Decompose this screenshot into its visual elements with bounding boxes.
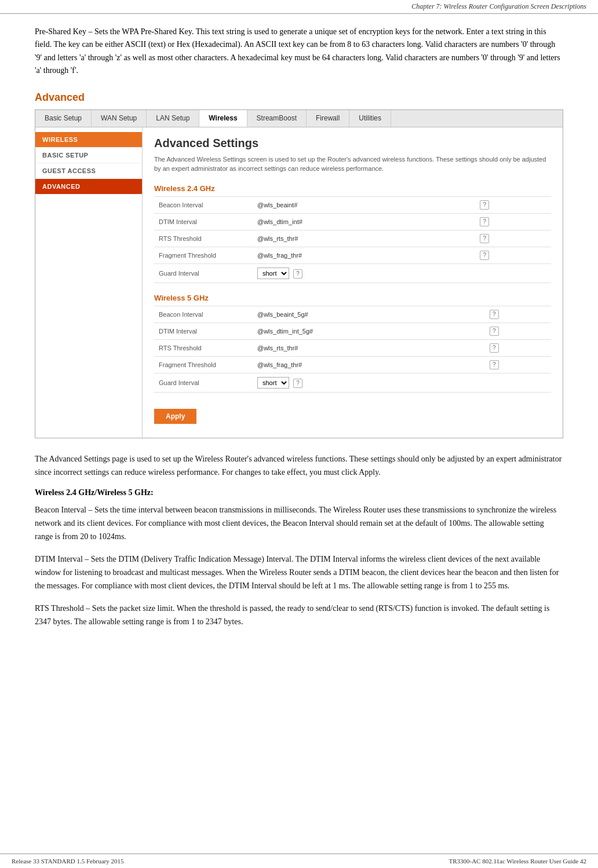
page-footer: Release 33 STANDARD 1.5 February 2015 TR… [0,854,598,868]
value-rts-threshold-24: @wls_rts_thr# [253,230,475,247]
table-row: Fragment Threshold @wls_frag_thr# ? [154,247,551,263]
section-heading: Advanced [35,91,563,104]
table-row: Guard Interval short long ? [154,263,551,283]
label-guard-interval-5: Guard Interval [154,373,253,392]
page-header: Chapter 7: Wireless Router Configuration… [0,0,598,14]
value-dtim-interval-24: @wls_dtim_int# [253,213,475,230]
table-row: DTIM Interval @wls_dtim_int_5g# ? [154,323,551,339]
beacon-interval-description: Beacon Interval – Sets the time interval… [35,503,563,543]
advanced-settings-description: The Advanced Settings page is used to se… [35,452,563,479]
value-beacon-interval-24: @wls_beaint# [253,196,475,213]
wireless-5-heading: Wireless 5 GHz [154,294,551,302]
panel-description: The Advanced Wireless Settings screen is… [154,155,551,174]
label-fragment-threshold-5: Fragment Threshold [154,356,253,373]
tab-lan-setup[interactable]: LAN Setup [147,110,199,127]
guard-interval-select-24[interactable]: short long [257,268,289,279]
value-rts-threshold-5: @wls_rts_thr# [253,339,485,356]
dtim-interval-description: DTIM Interval – Sets the DTIM (Delivery … [35,552,563,592]
label-rts-threshold-24: RTS Threshold [154,230,253,247]
rts-threshold-description: RTS Threshold – Sets the packet size lim… [35,602,563,628]
panel-title: Advanced Settings [154,137,551,150]
help-beacon-5[interactable]: ? [485,306,551,323]
nav-tabs: Basic Setup WAN Setup LAN Setup Wireless… [35,110,563,127]
table-row: Fragment Threshold @wls_frag_thr# ? [154,356,551,373]
wireless-24-heading: Wireless 2.4 GHz [154,184,551,193]
help-dtim-5[interactable]: ? [485,323,551,339]
table-row: Beacon Interval @wls_beaint# ? [154,196,551,213]
help-rts-5[interactable]: ? [485,339,551,356]
footer-right: TR3300-AC 802.11ac Wireless Router User … [448,858,586,865]
wireless-24-table: Beacon Interval @wls_beaint# ? DTIM Inte… [154,196,551,283]
sidebar-item-guest-access[interactable]: GUEST ACCESS [35,163,142,179]
help-rts-24[interactable]: ? [475,230,551,247]
wireless-section-subheading: Wireless 2.4 GHz/Wireless 5 GHz: [35,488,563,497]
label-beacon-interval-24: Beacon Interval [154,196,253,213]
value-guard-interval-24[interactable]: short long ? [253,263,475,283]
sidebar-item-wireless[interactable]: WIRELESS [35,132,142,148]
wireless-5-table: Beacon Interval @wls_beaint_5g# ? DTIM I… [154,306,551,393]
sidebar-item-advanced[interactable]: ADVANCED [35,179,142,195]
chapter-title: Chapter 7: Wireless Router Configuration… [411,2,586,10]
help-guard-5[interactable]: ? [293,379,302,388]
help-dtim-24[interactable]: ? [475,213,551,230]
table-row: RTS Threshold @wls_rts_thr# ? [154,230,551,247]
tab-streamboost[interactable]: StreamBoost [247,110,307,127]
tab-wan-setup[interactable]: WAN Setup [92,110,147,127]
value-dtim-interval-5: @wls_dtim_int_5g# [253,323,485,339]
tab-basic-setup[interactable]: Basic Setup [35,110,92,127]
intro-paragraph: Pre-Shared Key – Sets the WPA Pre-Shared… [35,25,563,78]
label-guard-interval-24: Guard Interval [154,263,253,283]
help-guard-24[interactable]: ? [293,269,302,279]
tab-firewall[interactable]: Firewall [307,110,349,127]
help-fragment-24[interactable]: ? [475,247,551,263]
apply-button[interactable]: Apply [154,409,196,424]
help-beacon-24[interactable]: ? [475,196,551,213]
value-fragment-threshold-5: @wls_frag_thr# [253,356,485,373]
guard-interval-select-5[interactable]: short long [257,377,289,389]
table-row: Beacon Interval @wls_beaint_5g# ? [154,306,551,323]
router-body: WIRELESS BASIC SETUP GUEST ACCESS ADVANC… [35,127,563,438]
sidebar-item-basic-setup[interactable]: BASIC SETUP [35,148,142,163]
router-screenshot: Basic Setup WAN Setup LAN Setup Wireless… [35,109,563,438]
label-rts-threshold-5: RTS Threshold [154,339,253,356]
table-row: RTS Threshold @wls_rts_thr# ? [154,339,551,356]
main-panel: Advanced Settings The Advanced Wireless … [143,127,563,438]
value-beacon-interval-5: @wls_beaint_5g# [253,306,485,323]
value-fragment-threshold-24: @wls_frag_thr# [253,247,475,263]
help-fragment-5[interactable]: ? [485,356,551,373]
sidebar: WIRELESS BASIC SETUP GUEST ACCESS ADVANC… [35,127,143,438]
label-dtim-interval-24: DTIM Interval [154,213,253,230]
table-row: DTIM Interval @wls_dtim_int# ? [154,213,551,230]
label-beacon-interval-5: Beacon Interval [154,306,253,323]
tab-wireless[interactable]: Wireless [199,110,247,127]
label-dtim-interval-5: DTIM Interval [154,323,253,339]
footer-left: Release 33 STANDARD 1.5 February 2015 [12,858,123,865]
table-row: Guard Interval short long ? [154,373,551,392]
tab-utilities[interactable]: Utilities [349,110,391,127]
value-guard-interval-5[interactable]: short long ? [253,373,485,392]
label-fragment-threshold-24: Fragment Threshold [154,247,253,263]
